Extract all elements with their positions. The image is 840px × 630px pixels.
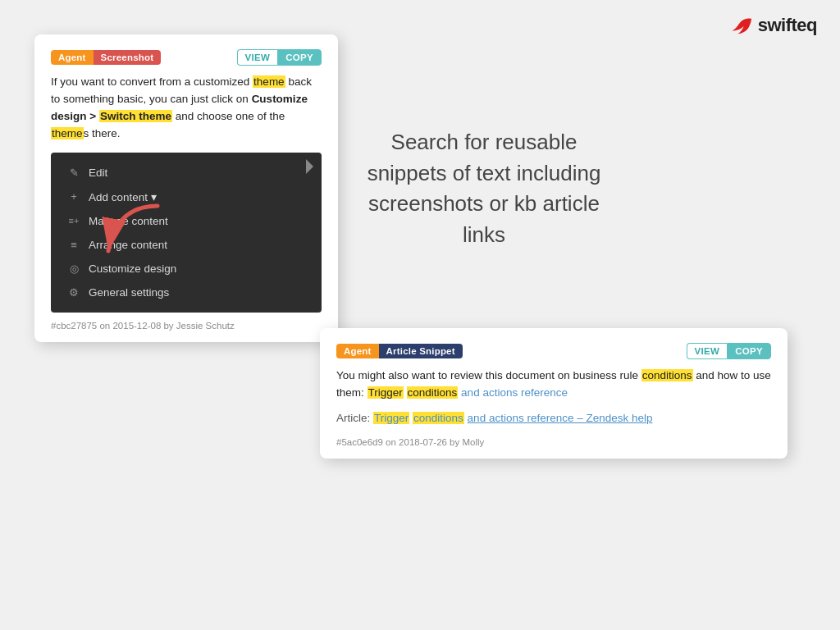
- menu-item-arrange-content: ≡ Arrange content: [51, 233, 322, 257]
- card2-article-label: Article:: [336, 412, 373, 424]
- card2-article-link-trigger: Trigger: [373, 412, 409, 424]
- plus-icon: +: [67, 190, 80, 203]
- card1-footer: #cbc27875 on 2015-12-08 by Jessie Schutz: [51, 321, 322, 331]
- menu-label-customize-design: Customize design: [89, 262, 176, 275]
- card1-header: Agent Screenshot VIEW COPY: [51, 49, 322, 66]
- screenshot-preview: ✎ Edit + Add content ▾ ≡+ Manage content…: [51, 153, 322, 313]
- menu-label-arrange-content: Arrange content: [89, 239, 167, 251]
- card2-text-before: You might also want to review this docum…: [336, 369, 641, 381]
- card1-bold-switch: Switch theme: [99, 110, 172, 122]
- collapse-arrow-icon: [306, 159, 313, 174]
- card2-actions: VIEW COPY: [687, 343, 771, 359]
- screenshot-card: Agent Screenshot VIEW COPY If you want t…: [34, 34, 338, 342]
- card1-text-after-switch: and choose one of the: [172, 110, 285, 122]
- card2-article-badge: Article Snippet: [379, 344, 463, 358]
- menu-item-manage-content: ≡+ Manage content: [51, 209, 322, 233]
- logo-area: swifteq: [730, 15, 817, 36]
- menu-label-edit: Edit: [89, 167, 107, 179]
- card1-highlight-themes: theme: [51, 127, 84, 139]
- logo-text: swifteq: [758, 15, 817, 36]
- article-snippet-card: Agent Article Snippet VIEW COPY You migh…: [320, 328, 788, 459]
- card2-view-button[interactable]: VIEW: [687, 343, 728, 359]
- edit-icon: ✎: [67, 167, 80, 179]
- card2-link-conditions: conditions: [407, 386, 459, 399]
- screenshot-badge: Screenshot: [94, 50, 162, 65]
- card2-article-link[interactable]: and actions reference – Zendesk help: [468, 412, 653, 424]
- card2-footer: #5ac0e6d9 on 2018-07-26 by Molly: [336, 437, 771, 447]
- menu-label-general-settings: General settings: [89, 286, 169, 299]
- card1-actions: VIEW COPY: [237, 49, 322, 66]
- eye-icon: ◎: [67, 262, 80, 275]
- gear-icon: ⚙: [67, 286, 80, 299]
- menu-item-add-content: + Add content ▾: [51, 185, 322, 209]
- card1-text-end: s there.: [84, 127, 121, 139]
- manage-icon: ≡+: [67, 216, 80, 226]
- agent-badge: Agent: [51, 50, 94, 65]
- card1-text-before-theme: If you want to convert from a customized: [51, 75, 253, 88]
- card2-agent-badge: Agent: [336, 344, 379, 358]
- menu-label-manage-content: Manage content: [89, 215, 168, 227]
- card1-badges: Agent Screenshot: [51, 50, 161, 65]
- arrange-icon: ≡: [67, 239, 80, 251]
- card2-article-section: Article: Trigger conditions and actions …: [336, 412, 771, 424]
- card2-inline-link[interactable]: and actions reference: [461, 386, 568, 399]
- card1-highlight-theme: theme: [253, 75, 285, 88]
- menu-label-add-content: Add content ▾: [89, 190, 157, 203]
- card2-article-link-conditions: conditions: [413, 412, 464, 424]
- card2-highlight-conditions1: conditions: [641, 369, 693, 381]
- card2-header: Agent Article Snippet VIEW COPY: [336, 343, 771, 359]
- card2-badges: Agent Article Snippet: [336, 344, 463, 358]
- menu-item-edit: ✎ Edit: [51, 161, 322, 185]
- card2-copy-button[interactable]: COPY: [727, 343, 771, 359]
- swifteq-bird-icon: [730, 16, 753, 35]
- card1-copy-button[interactable]: COPY: [277, 49, 322, 66]
- card2-description: You might also want to review this docum…: [336, 368, 771, 402]
- card2-link-trigger: Trigger: [368, 386, 404, 399]
- center-promo-text: Search for reusable snippets of text inc…: [353, 127, 615, 251]
- card1-description: If you want to convert from a customized…: [51, 74, 322, 143]
- menu-item-customize-design: ◎ Customize design: [51, 257, 322, 281]
- menu-item-general-settings: ⚙ General settings: [51, 281, 322, 304]
- card1-view-button[interactable]: VIEW: [237, 49, 278, 66]
